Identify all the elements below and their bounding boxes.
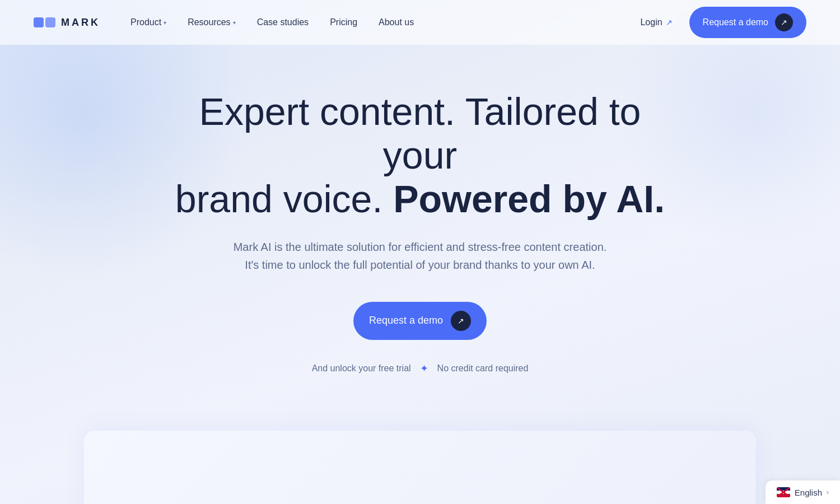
hero-cta-arrow-icon: ↗ — [451, 311, 471, 331]
hero-subtitle: Mark AI is the ultimate solution for eff… — [234, 238, 607, 274]
login-arrow-icon: ↗ — [666, 18, 673, 27]
hero-title-line1: Expert content. Tailored to your — [199, 90, 641, 176]
login-button[interactable]: Login ↗ — [632, 13, 680, 32]
nav-link-case-studies-label: Case studies — [257, 17, 309, 27]
hero-title: Expert content. Tailored to your brand v… — [168, 90, 672, 221]
logo[interactable]: MARK — [34, 17, 100, 29]
nav-link-about-us-label: About us — [379, 17, 414, 27]
nav-demo-arrow-icon: ↗ — [775, 13, 793, 31]
nav-link-resources[interactable]: Resources ▾ — [180, 13, 243, 32]
hero-meta: And unlock your free trial ✦ No credit c… — [312, 362, 529, 375]
nav-link-pricing-label: Pricing — [330, 17, 357, 27]
nav-link-resources-label: Resources — [188, 17, 230, 27]
logo-icon — [34, 17, 55, 27]
hero-cta-label: Request a demo — [369, 315, 443, 326]
logo-shape-1 — [34, 17, 44, 27]
resources-chevron-icon: ▾ — [233, 20, 236, 26]
preview-inner — [84, 431, 756, 504]
hero-title-bold: Powered by AI. — [393, 178, 665, 220]
product-chevron-icon: ▾ — [164, 20, 166, 26]
language-selector[interactable]: English › — [766, 480, 840, 504]
hero-meta-left: And unlock your free trial — [312, 363, 411, 374]
hero-title-line2-plain: brand voice. — [175, 178, 393, 220]
nav-link-pricing[interactable]: Pricing — [322, 13, 365, 32]
nav-links: Product ▾ Resources ▾ Case studies Prici… — [123, 13, 422, 32]
logo-text: MARK — [61, 17, 100, 29]
navbar: MARK Product ▾ Resources ▾ Case studies … — [0, 0, 840, 45]
nav-link-product[interactable]: Product ▾ — [123, 13, 174, 32]
flag-icon — [777, 487, 790, 497]
language-chevron-icon: › — [827, 488, 829, 496]
hero-section: Expert content. Tailored to your brand v… — [0, 45, 840, 431]
nav-left: MARK Product ▾ Resources ▾ Case studies … — [34, 13, 422, 32]
hero-subtitle-line2: It's time to unlock the full potential o… — [245, 259, 595, 271]
login-label: Login — [640, 17, 662, 27]
nav-request-demo-button[interactable]: Request a demo ↗ — [689, 7, 806, 38]
nav-link-product-label: Product — [130, 17, 161, 27]
hero-subtitle-line1: Mark AI is the ultimate solution for eff… — [234, 241, 607, 253]
nav-link-case-studies[interactable]: Case studies — [249, 13, 317, 32]
language-label: English — [795, 488, 822, 497]
product-preview-card — [84, 431, 756, 504]
nav-right: Login ↗ Request a demo ↗ — [632, 7, 806, 38]
hero-cta-button[interactable]: Request a demo ↗ — [353, 302, 487, 340]
nav-link-about-us[interactable]: About us — [371, 13, 422, 32]
hero-meta-diamond-icon: ✦ — [420, 362, 428, 375]
logo-shape-2 — [45, 17, 55, 27]
nav-request-demo-label: Request a demo — [703, 17, 768, 27]
hero-meta-right: No credit card required — [437, 363, 529, 374]
